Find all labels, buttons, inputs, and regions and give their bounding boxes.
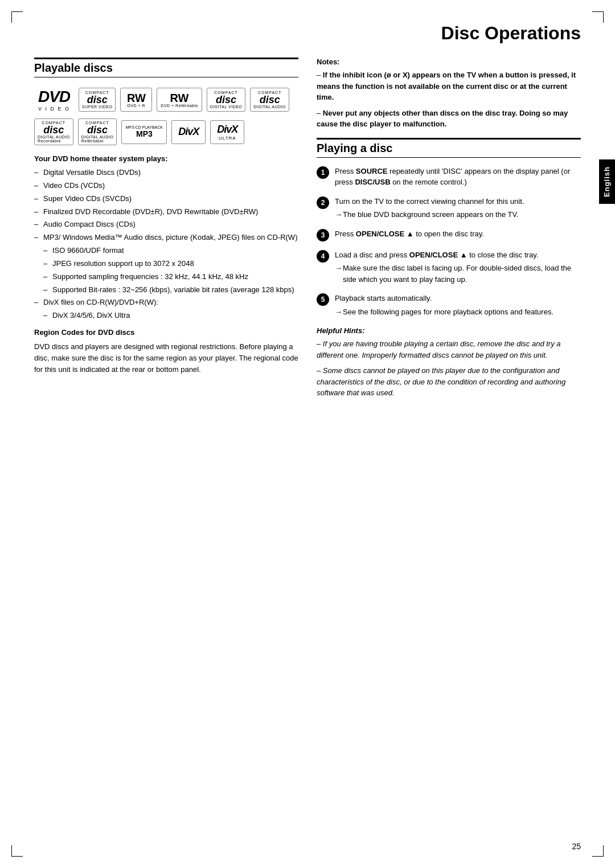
- page-number: 25: [572, 842, 581, 851]
- step-arrow-4: Make sure the disc label is facing up. F…: [335, 263, 581, 285]
- sub-list-item: Supported Bit-rates : 32~256 (kbps), var…: [34, 285, 298, 296]
- divx-ultra-logo: DivX ULTRA: [210, 120, 244, 144]
- mp3-big: MP3: [136, 129, 153, 138]
- cd-bottom: SUPER VIDEO: [82, 105, 112, 109]
- step-content-1: Press SOURCE repeatedly until 'DISC' app…: [335, 166, 581, 188]
- list-item: Finalized DVD Recordable (DVD±R), DVD Re…: [34, 207, 298, 218]
- dvd-text: DVD: [38, 87, 70, 107]
- step-content-3: Press OPEN/CLOSE ▲ to open the disc tray…: [335, 228, 581, 240]
- step-arrow-2: The blue DVD background screen appears o…: [335, 209, 581, 220]
- playing-a-disc-heading: Playing a disc: [317, 138, 581, 158]
- hints-item-1: – If you are having trouble playing a ce…: [317, 338, 581, 361]
- step-number-5: 5: [317, 293, 329, 306]
- step-arrow-5: See the following pages for more playbac…: [335, 306, 581, 318]
- sub-list-item: Supported sampling frequencies : 32 kHz,…: [34, 272, 298, 282]
- divx-logo: DivX: [171, 120, 206, 144]
- compact-digital-video-logo: COMPACT disc DIGITAL VIDEO: [207, 88, 246, 112]
- step-1: 1 Press SOURCE repeatedly until 'DISC' a…: [317, 166, 581, 188]
- divx-text: DivX: [178, 126, 199, 138]
- list-item: Super Video CDs (SVCDs): [34, 194, 298, 204]
- mp3-top: MP3-CD PLAYBACK: [126, 125, 163, 129]
- sub-list-item: ISO 9660/UDF format: [34, 245, 298, 256]
- list-item: Digital Versatile Discs (DVDs): [34, 167, 298, 178]
- step-content-5: Playback starts automatically. See the f…: [335, 293, 581, 317]
- compact-super-video-logo: COMPACT disc SUPER VIDEO: [79, 88, 116, 112]
- left-column: Playable discs DVD V I D E O COMPACT dis…: [34, 58, 298, 403]
- corner-mark-bl: [11, 845, 23, 857]
- list-item: MP3/ Windows Media™ Audio discs, picture…: [34, 232, 298, 243]
- dvd-plays-list: Digital Versatile Discs (DVDs) Video CDs…: [34, 167, 298, 321]
- compact-digital-audio-logo: COMPACT disc DIGITAL AUDIO: [250, 88, 289, 112]
- corner-mark-br: [592, 845, 604, 857]
- steps-list: 1 Press SOURCE repeatedly until 'DISC' a…: [317, 166, 581, 318]
- region-codes-section: Region Codes for DVD discs DVD discs and…: [34, 328, 298, 375]
- notes-title: Notes:: [317, 58, 581, 66]
- dvd-video-logo: DVD V I D E O: [34, 85, 74, 114]
- region-codes-heading: Region Codes for DVD discs: [34, 328, 298, 337]
- compact-da-recordable-logo: COMPACT disc DIGITAL AUDIORecordable: [34, 118, 73, 145]
- hints-title: Helpful Hints:: [317, 326, 581, 335]
- step-4: 4 Load a disc and press OPEN/CLOSE ▲ to …: [317, 249, 581, 285]
- two-column-layout: Playable discs DVD V I D E O COMPACT dis…: [34, 58, 581, 403]
- playable-discs-section: Playable discs DVD V I D E O COMPACT dis…: [34, 58, 298, 321]
- rw-sub-2: DVD + ReWritable: [161, 104, 198, 108]
- list-item: Video CDs (VCDs): [34, 181, 298, 191]
- list-item: DivX files on CD-R(W)/DVD+R(W):: [34, 297, 298, 308]
- side-tab: English: [599, 159, 615, 204]
- step-2: 2 Turn on the TV to the correct viewing …: [317, 196, 581, 220]
- mp3-cd-logo: MP3-CD PLAYBACK MP3: [121, 120, 167, 144]
- step-number-4: 4: [317, 250, 329, 263]
- divx-ultra-text: DivX: [217, 124, 237, 136]
- hints-item-2: – Some discs cannot be played on this pl…: [317, 365, 581, 399]
- sub-list-item: JPEG resolution support up to 3072 x 204…: [34, 259, 298, 269]
- dvd-plus-r-logo: RW DVD + R: [120, 88, 152, 112]
- page-container: English Disc Operations Playable discs D…: [0, 0, 615, 868]
- notes-item-1: – If the inhibit icon (ø or X) appears o…: [317, 69, 581, 103]
- rw-big: RW: [127, 92, 146, 104]
- page-title: Disc Operations: [34, 23, 581, 44]
- step-3: 3 Press OPEN/CLOSE ▲ to open the disc tr…: [317, 228, 581, 241]
- compact-da-rewritable-logo: COMPACT disc DIGITAL AUDIOReWritable: [78, 118, 117, 145]
- sub-list-item: DivX 3/4/5/6, DivX Ultra: [34, 310, 298, 321]
- corner-mark-tr: [592, 11, 604, 23]
- cd-big: disc: [87, 95, 108, 105]
- step-number-1: 1: [317, 166, 329, 179]
- disc-logos-area: DVD V I D E O COMPACT disc SUPER VIDEO R…: [34, 85, 298, 145]
- divx-ultra-sub: ULTRA: [219, 136, 236, 141]
- dvd-plus-rw-logo: RW DVD + ReWritable: [157, 88, 202, 112]
- right-column: Notes: – If the inhibit icon (ø or X) ap…: [317, 58, 581, 403]
- dvd-sub: V I D E O: [38, 106, 70, 112]
- list-item: Audio Compact Discs (CDs): [34, 219, 298, 230]
- step-number-3: 3: [317, 229, 329, 241]
- dvd-plays-heading: Your DVD home theater system plays:: [34, 154, 298, 163]
- step-number-2: 2: [317, 196, 329, 209]
- corner-mark-tl: [11, 11, 23, 23]
- rw-big-2: RW: [170, 92, 189, 104]
- notes-section: Notes: – If the inhibit icon (ø or X) ap…: [317, 58, 581, 130]
- helpful-hints-section: Helpful Hints: – If you are having troub…: [317, 326, 581, 399]
- rw-sub: DVD + R: [128, 104, 145, 108]
- step-content-4: Load a disc and press OPEN/CLOSE ▲ to cl…: [335, 249, 581, 285]
- step-5: 5 Playback starts automatically. See the…: [317, 293, 581, 317]
- playable-discs-heading: Playable discs: [34, 58, 298, 77]
- playing-a-disc-section: Playing a disc 1 Press SOURCE repeatedly…: [317, 138, 581, 399]
- region-codes-text: DVD discs and players are designed with …: [34, 341, 298, 375]
- step-content-2: Turn on the TV to the correct viewing ch…: [335, 196, 581, 220]
- notes-item-2: – Never put any objects other than discs…: [317, 108, 581, 130]
